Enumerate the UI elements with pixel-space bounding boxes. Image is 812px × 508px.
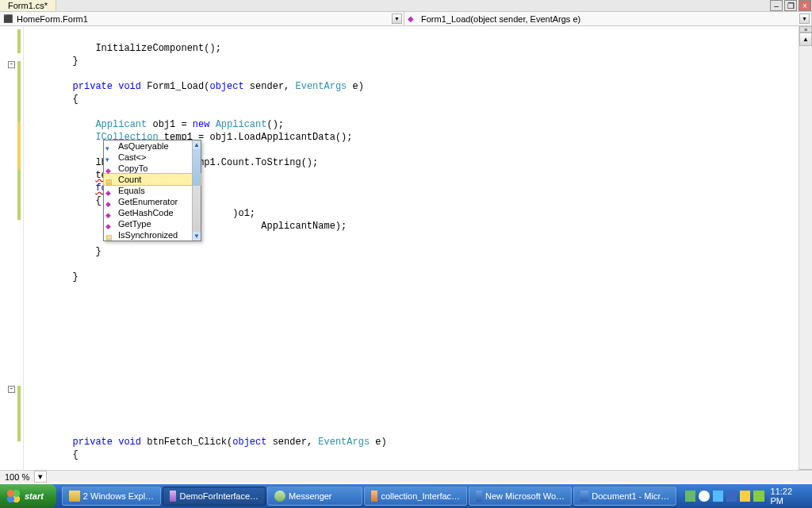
taskbar-clock[interactable]: 11:22 PM — [771, 487, 806, 506]
code-line: { — [27, 195, 102, 206]
code-editor[interactable]: - - InitializeComponent(); } private voi… — [0, 26, 812, 483]
app-icon — [476, 491, 482, 502]
change-marker — [17, 121, 21, 169]
class-combo-label: HomeForm.Form1 — [17, 14, 88, 24]
intellisense-item[interactable]: GetHashCode — [104, 207, 201, 218]
outline-toggle[interactable]: - — [8, 386, 15, 393]
intellisense-item[interactable]: CopyTo — [104, 163, 201, 174]
taskbar-button-label: DemoForInterface… — [179, 491, 259, 501]
taskbar-button-label: New Microsoft Wo… — [485, 491, 565, 501]
system-tray[interactable]: 11:22 PM — [677, 484, 812, 508]
intellisense-scrollbar[interactable]: ▲ ▼ — [192, 140, 201, 241]
chevron-down-icon[interactable]: ▼ — [392, 13, 402, 24]
intellisense-item-label: IsSynchronized — [118, 229, 178, 241]
window-minimize-button[interactable]: – — [770, 0, 783, 11]
navigation-combo-bar: HomeForm.Form1 ▼ Form1_Load(object sende… — [0, 12, 812, 26]
tray-icon[interactable] — [753, 491, 764, 502]
status-bar: 100 % ▾ — [0, 470, 812, 483]
editor-vertical-scrollbar[interactable]: ≡ ▲ ▼ — [799, 26, 812, 483]
change-marker — [17, 386, 21, 441]
intellisense-item[interactable]: GetEnumerator — [104, 196, 201, 207]
app-icon — [170, 491, 176, 502]
start-button[interactable]: start — [0, 484, 56, 508]
taskbar-button-label: 2 Windows Expl… — [83, 491, 154, 501]
document-tab-form1[interactable]: Form1.cs* — [0, 0, 56, 11]
meth-icon — [105, 219, 117, 229]
scroll-up-icon[interactable]: ▲ — [193, 140, 201, 149]
intellisense-popup[interactable]: AsQueryableCast<>CopyToCountEqualsGetEnu… — [103, 140, 201, 241]
taskbar-button[interactable]: Messenger — [267, 487, 362, 506]
document-tab-strip: Form1.cs* – ❐ × — [0, 0, 812, 12]
taskbar-button-label: collection_Interfac… — [381, 491, 460, 501]
code-line: InitializeComponent(); — [27, 43, 221, 54]
member-combo-label: Form1_Load(object sender, EventArgs e) — [421, 14, 580, 24]
prop-icon — [105, 230, 117, 240]
taskbar-button[interactable]: Document1 - Micr… — [573, 487, 676, 506]
tray-icon[interactable] — [726, 491, 737, 502]
intellisense-item[interactable]: Count — [104, 174, 201, 185]
document-tab-label: Form1.cs* — [8, 1, 48, 10]
meth-icon — [105, 208, 117, 217]
intellisense-item[interactable]: AsQueryable — [104, 140, 201, 152]
window-close-button[interactable]: × — [799, 0, 811, 11]
window-restore-button[interactable]: ❐ — [784, 0, 797, 11]
class-combo[interactable]: HomeForm.Form1 ▼ — [0, 12, 404, 25]
prop-icon — [105, 175, 117, 184]
tray-icon[interactable] — [713, 491, 723, 502]
meth-icon — [105, 186, 117, 195]
split-view-button[interactable]: ≡ — [799, 26, 812, 33]
meth-icon — [105, 197, 117, 206]
scroll-down-icon[interactable]: ▼ — [193, 232, 201, 241]
ext-icon — [105, 152, 117, 162]
intellisense-item[interactable]: GetType — [104, 218, 201, 229]
zoom-label: 100 % — [5, 472, 29, 482]
start-label: start — [25, 491, 44, 501]
chevron-down-icon[interactable]: ▼ — [799, 13, 810, 24]
outline-toggle[interactable]: - — [8, 61, 15, 68]
code-line: } — [27, 271, 79, 283]
app-icon — [371, 491, 377, 502]
taskbar-button[interactable]: DemoForInterface… — [163, 487, 266, 506]
app-icon — [580, 491, 588, 502]
taskbar-button[interactable]: New Microsoft Wo… — [469, 487, 572, 506]
chevron-down-icon: ▾ — [38, 471, 43, 482]
class-icon — [3, 13, 14, 25]
taskbar-button[interactable]: collection_Interfac… — [364, 487, 467, 506]
zoom-dropdown[interactable]: ▾ — [34, 471, 47, 483]
taskbar-button-label: Document1 - Micr… — [592, 491, 669, 501]
code-line: { — [27, 94, 79, 105]
code-line: } — [27, 246, 102, 257]
meth-icon — [105, 164, 117, 173]
intellisense-item[interactable]: IsSynchronized — [104, 229, 201, 241]
code-line: { — [27, 449, 79, 460]
intellisense-item[interactable]: Equals — [104, 185, 201, 196]
intellisense-item[interactable]: Cast<> — [104, 152, 201, 163]
change-marker — [17, 29, 21, 53]
windows-taskbar: start 2 Windows Expl…DemoForInterface…Me… — [0, 484, 812, 508]
method-icon — [408, 13, 419, 25]
taskbar-button-label: Messenger — [289, 491, 331, 501]
editor-gutter: - - — [0, 26, 24, 483]
scroll-up-button[interactable]: ▲ — [799, 33, 812, 46]
tray-icon[interactable] — [740, 491, 750, 502]
code-content[interactable]: InitializeComponent(); } private void Fo… — [27, 29, 798, 483]
app-icon — [274, 491, 285, 502]
tray-icon[interactable] — [699, 491, 709, 502]
member-combo[interactable]: Form1_Load(object sender, EventArgs e) ▼ — [404, 12, 812, 25]
ext-icon — [105, 141, 117, 151]
code-line: } — [27, 56, 79, 67]
taskbar-button[interactable]: 2 Windows Expl… — [62, 487, 161, 506]
app-icon — [69, 491, 80, 502]
scroll-thumb[interactable] — [193, 149, 201, 186]
windows-logo-icon — [6, 489, 21, 503]
tray-icon[interactable] — [685, 491, 695, 502]
